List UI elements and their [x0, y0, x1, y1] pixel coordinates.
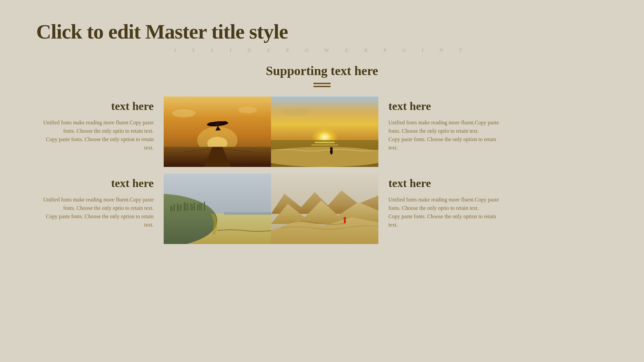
svg-rect-34 — [197, 204, 198, 210]
master-title[interactable]: Click to edit Master title style — [36, 20, 608, 43]
body-top-left: Unified fonts make reading more fluent.C… — [43, 119, 154, 152]
image-top-right — [271, 97, 378, 167]
supporting-section: Supporting text here — [36, 63, 608, 87]
svg-rect-28 — [177, 203, 178, 211]
body-top-right: Unified fonts make reading more fluent.C… — [388, 119, 499, 152]
svg-rect-30 — [184, 202, 185, 211]
svg-point-21 — [330, 149, 333, 155]
svg-rect-36 — [204, 202, 205, 211]
svg-rect-35 — [201, 203, 202, 210]
supporting-title[interactable]: Supporting text here — [36, 63, 608, 78]
divider-line-1 — [313, 83, 331, 84]
svg-rect-38 — [179, 205, 179, 211]
heading-top-right[interactable]: text here — [388, 100, 499, 113]
photo-dunes — [164, 174, 271, 244]
photo-desert — [271, 174, 378, 244]
slide: Click to edit Master title style I S L I… — [0, 0, 644, 362]
text-block-bottom-right: text here Unified fonts make reading mor… — [378, 174, 506, 232]
content-row-2: text here Unified fonts make reading mor… — [36, 174, 608, 244]
svg-rect-17 — [315, 142, 335, 143]
heading-bottom-right[interactable]: text here — [388, 177, 499, 190]
content-row-1: text here Unified fonts make reading mor… — [36, 97, 608, 167]
image-bottom-right — [271, 174, 378, 244]
image-top-left — [164, 97, 271, 167]
photo-airplane — [164, 97, 271, 167]
photo-beach-sunset — [271, 97, 378, 167]
svg-point-11 — [238, 107, 257, 113]
svg-rect-27 — [174, 204, 175, 211]
image-bottom-left — [164, 174, 271, 244]
watermark-text: I S L I D E P O W E R P O I N T — [38, 48, 606, 53]
svg-rect-39 — [185, 203, 186, 211]
divider-decoration — [36, 83, 608, 87]
body-bottom-left: Unified fonts make reading more fluent.C… — [43, 196, 154, 229]
divider-line-2 — [313, 86, 331, 87]
svg-rect-31 — [187, 203, 188, 210]
svg-point-47 — [344, 219, 346, 224]
svg-rect-32 — [191, 204, 192, 210]
svg-point-48 — [344, 217, 346, 220]
svg-point-22 — [330, 147, 333, 150]
svg-rect-18 — [311, 144, 338, 145]
svg-rect-37 — [172, 206, 173, 211]
heading-top-left[interactable]: text here — [43, 100, 154, 113]
watermark-row: I S L I D E P O W E R P O I N T — [36, 48, 608, 53]
body-bottom-right: Unified fonts make reading more fluent.C… — [388, 196, 499, 229]
heading-bottom-left[interactable]: text here — [43, 177, 154, 190]
svg-rect-42 — [224, 212, 271, 215]
svg-rect-40 — [192, 204, 193, 211]
svg-rect-33 — [194, 202, 195, 211]
svg-rect-41 — [199, 203, 200, 211]
text-block-top-right: text here Unified fonts make reading mor… — [378, 97, 506, 155]
text-block-bottom-left: text here Unified fonts make reading mor… — [36, 174, 164, 232]
svg-rect-29 — [180, 204, 181, 210]
svg-rect-26 — [170, 205, 171, 212]
svg-point-10 — [172, 109, 196, 117]
text-block-top-left: text here Unified fonts make reading mor… — [36, 97, 164, 155]
